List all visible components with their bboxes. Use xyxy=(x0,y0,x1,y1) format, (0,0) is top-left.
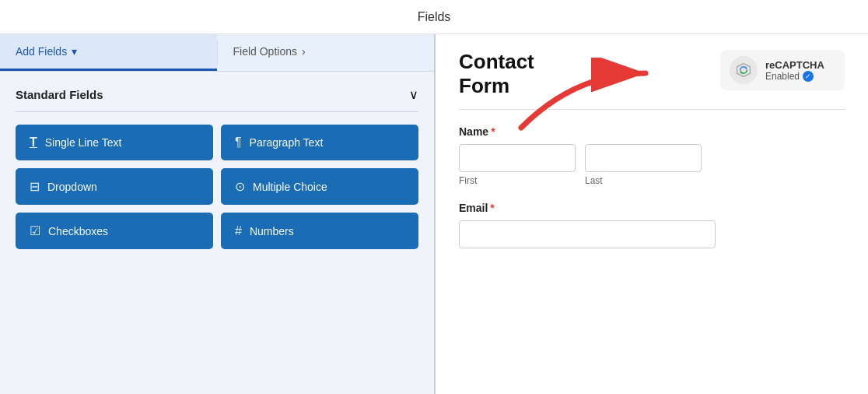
last-name-input[interactable] xyxy=(585,144,702,172)
tabs-row: Add Fields ▾ Field Options › xyxy=(0,34,434,72)
fields-grid: T Single Line Text ¶ Paragraph Text ⊟ Dr… xyxy=(16,125,418,249)
last-sublabel: Last xyxy=(585,175,702,186)
recaptcha-logo-icon xyxy=(730,56,758,84)
email-required-star: * xyxy=(490,202,494,214)
chevron-right-icon: › xyxy=(302,45,306,58)
recaptcha-text-block: reCAPTCHA Enabled ✓ xyxy=(765,59,824,82)
top-bar: Fields xyxy=(0,0,868,34)
paragraph-icon: ¶ xyxy=(235,135,242,150)
field-btn-multiple-choice[interactable]: ⊙ Multiple Choice xyxy=(221,168,418,205)
email-input[interactable] xyxy=(459,220,716,248)
right-panel: ContactForm xyxy=(436,34,868,394)
arrow-annotation xyxy=(513,58,669,135)
field-btn-label: Paragraph Text xyxy=(250,136,324,149)
field-btn-single-line-text[interactable]: T Single Line Text xyxy=(16,125,213,160)
name-inputs: First Last xyxy=(459,144,845,186)
status-check-icon: ✓ xyxy=(803,71,814,82)
multiple-choice-icon: ⊙ xyxy=(235,179,245,194)
name-field-group: Name * First Last xyxy=(459,125,845,186)
tab-add-fields-label: Add Fields xyxy=(16,45,67,58)
checkboxes-icon: ☑ xyxy=(30,223,40,238)
email-label: Email * xyxy=(459,202,845,214)
field-btn-dropdown[interactable]: ⊟ Dropdown xyxy=(16,168,213,205)
section-header: Standard Fields ∨ xyxy=(16,87,418,102)
recaptcha-status: Enabled ✓ xyxy=(765,71,824,82)
fields-body: Standard Fields ∨ T Single Line Text ¶ P… xyxy=(0,72,434,394)
recaptcha-badge: reCAPTCHA Enabled ✓ xyxy=(720,50,845,90)
last-name-wrap: Last xyxy=(585,144,702,186)
field-btn-label: Multiple Choice xyxy=(253,181,327,193)
single-line-text-icon: T xyxy=(30,135,37,150)
numbers-icon: # xyxy=(235,224,242,238)
field-btn-label: Numbers xyxy=(250,225,294,237)
first-name-wrap: First xyxy=(459,144,576,186)
tab-add-fields[interactable]: Add Fields ▾ xyxy=(0,34,217,71)
left-panel: Add Fields ▾ Field Options › Standard Fi… xyxy=(0,34,436,394)
field-btn-label: Checkboxes xyxy=(48,225,108,237)
field-btn-label: Single Line Text xyxy=(45,136,122,149)
form-title: ContactForm xyxy=(459,50,534,98)
required-star: * xyxy=(491,125,495,138)
chevron-down-icon: ▾ xyxy=(72,45,77,58)
section-separator xyxy=(16,111,418,112)
recaptcha-label: reCAPTCHA xyxy=(765,59,824,71)
section-collapse-icon[interactable]: ∨ xyxy=(409,87,418,102)
tab-field-options-label: Field Options xyxy=(233,45,297,58)
field-btn-paragraph-text[interactable]: ¶ Paragraph Text xyxy=(221,125,418,160)
form-divider xyxy=(459,109,845,110)
section-title: Standard Fields xyxy=(16,88,103,101)
field-btn-numbers[interactable]: # Numbers xyxy=(221,213,418,249)
page-title: Fields xyxy=(418,10,451,24)
first-name-input[interactable] xyxy=(459,144,576,172)
name-label: Name * xyxy=(459,125,845,138)
main-content: Add Fields ▾ Field Options › Standard Fi… xyxy=(0,34,868,394)
email-field-group: Email * xyxy=(459,202,845,248)
dropdown-icon: ⊟ xyxy=(30,179,40,194)
field-btn-label: Dropdown xyxy=(47,181,97,193)
first-sublabel: First xyxy=(459,175,576,186)
form-header: ContactForm xyxy=(459,50,845,98)
tab-field-options[interactable]: Field Options › xyxy=(218,34,435,71)
field-btn-checkboxes[interactable]: ☑ Checkboxes xyxy=(16,213,213,249)
